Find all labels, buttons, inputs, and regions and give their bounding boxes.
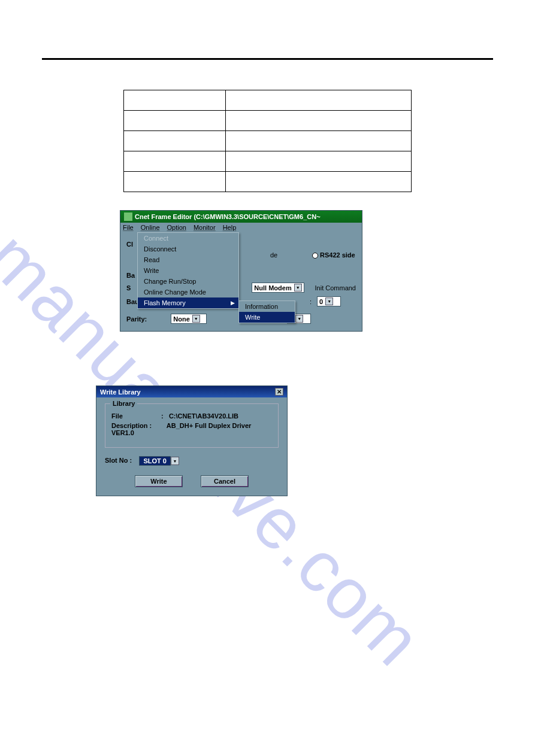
spec-cell [124, 151, 226, 172]
label-parity: Parity: [126, 315, 147, 323]
close-icon: ✕ [277, 388, 282, 395]
modem-combo[interactable]: Null Modem▼ [252, 283, 304, 293]
frame-editor-title: Cnet Frame Editor (C:\GMWIN3.3\SOURCE\CN… [135, 213, 321, 220]
table-row [124, 111, 412, 131]
table-row [124, 172, 412, 192]
menu-item-read[interactable]: Read [138, 254, 238, 265]
radio-label: RS422 side [320, 251, 355, 259]
chevron-down-icon: ▼ [294, 284, 302, 292]
write-library-titlebar[interactable]: Write Library ✕ [96, 386, 287, 397]
menu-help[interactable]: Help [223, 224, 237, 231]
label-de: de [270, 251, 277, 259]
submenu-arrow-icon: ▶ [231, 300, 235, 306]
flash-submenu: Information Write [238, 300, 295, 323]
table-row [124, 131, 412, 151]
submenu-item-information[interactable]: Information [239, 301, 295, 312]
menu-item-online-change[interactable]: Online Change Mode [138, 287, 238, 297]
parity-value: None [173, 315, 190, 323]
label-s: S [126, 284, 131, 292]
spec-table [123, 90, 412, 192]
menu-item-disconnect[interactable]: Disconnect [138, 244, 238, 254]
chevron-down-icon: ▼ [295, 315, 303, 323]
spec-cell [124, 172, 226, 192]
cnet-frame-editor-window: Cnet Frame Editor (C:\GMWIN3.3\SOURCE\CN… [120, 210, 362, 332]
spec-cell [226, 151, 412, 172]
dialog-title: Write Library [100, 388, 141, 396]
close-button[interactable]: ✕ [275, 388, 283, 396]
menu-item-flash-memory[interactable]: Flash Memory ▶ [138, 297, 238, 308]
parity-combo[interactable]: None▼ [171, 314, 207, 324]
spec-header-2 [226, 90, 412, 111]
spec-header-1 [124, 90, 226, 111]
spec-cell [124, 131, 226, 151]
spec-cell [124, 111, 226, 131]
table-row [124, 90, 412, 111]
submenu-item-write[interactable]: Write [239, 312, 295, 323]
fieldset-legend: Library [110, 400, 137, 407]
spec-cell [226, 111, 412, 131]
file-label: File [111, 412, 159, 420]
write-library-dialog: Write Library ✕ Library File : C:\CNET\A… [96, 385, 288, 496]
chevron-down-icon: ▼ [325, 297, 333, 305]
frame-editor-titlebar[interactable]: Cnet Frame Editor (C:\GMWIN3.3\SOURCE\CN… [120, 211, 362, 223]
zero-combo[interactable]: 0▼ [317, 296, 341, 306]
menu-item-connect: Connect [138, 233, 238, 244]
description-label: Description : [111, 422, 159, 429]
menu-item-write[interactable]: Write [138, 265, 238, 276]
label-init-command: Init Command [315, 284, 356, 292]
menu-online[interactable]: Online [141, 224, 160, 231]
slot-label: Slot No : [105, 457, 132, 464]
app-icon [124, 212, 132, 221]
spec-cell [226, 172, 412, 192]
spec-cell [226, 131, 412, 151]
radio-icon [312, 253, 318, 259]
chevron-down-icon[interactable]: ▼ [171, 457, 179, 465]
file-value: C:\CNET\AB34V20.LIB [169, 412, 238, 420]
write-button[interactable]: Write [135, 475, 183, 487]
radio-rs422[interactable]: RS422 side [312, 251, 355, 259]
modem-value: Null Modem [254, 284, 291, 292]
menu-item-label: Flash Memory [144, 299, 186, 306]
library-fieldset: Library File : C:\CNET\AB34V20.LIB Descr… [105, 403, 279, 448]
table-row [124, 151, 412, 172]
menubar[interactable]: File Online Option Monitor Help [120, 223, 362, 232]
online-menu-dropdown: Connect Disconnect Read Write Change Run… [137, 232, 239, 309]
zero-value: 0 [319, 298, 323, 305]
menu-item-runstop[interactable]: Change Run/Stop [138, 276, 238, 287]
menu-option[interactable]: Option [167, 224, 186, 231]
slot-select[interactable]: SLOT 0 [139, 456, 171, 466]
menu-monitor[interactable]: Monitor [194, 224, 216, 231]
cancel-button[interactable]: Cancel [201, 475, 249, 487]
menu-file[interactable]: File [123, 224, 134, 231]
page-header-rule [42, 36, 493, 60]
chevron-down-icon: ▼ [192, 315, 200, 323]
